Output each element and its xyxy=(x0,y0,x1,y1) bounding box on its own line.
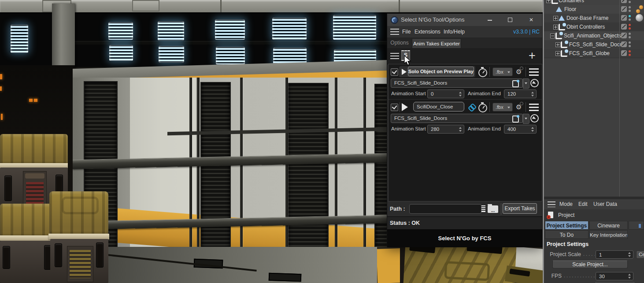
object-row-floor[interactable]: Floor xyxy=(544,5,644,14)
toolbar-hamburger-icon[interactable] xyxy=(390,53,399,59)
stopwatch-icon[interactable] xyxy=(478,104,487,112)
expand-icon[interactable] xyxy=(553,16,558,21)
path-options-icon[interactable] xyxy=(481,205,485,212)
object-row-scifi-animation-objects[interactable]: Scifi_Animation_Objects xyxy=(544,31,644,41)
object-label: Floor xyxy=(564,6,576,12)
takes-list: Solo Object on Preview Play .fbx ⚙ FCS_S… xyxy=(388,64,542,201)
gear-icon[interactable]: ⚙ xyxy=(516,104,522,110)
take-name-button[interactable]: Solo Object on Preview Play xyxy=(408,67,474,76)
menu-extensions[interactable]: Extensions xyxy=(415,26,440,37)
wall-louver-strip xyxy=(287,83,329,263)
render-dot[interactable] xyxy=(629,1,631,3)
crate-body xyxy=(50,239,108,283)
object-dropdown-icon[interactable] xyxy=(523,114,529,124)
object-row-fcs-scifi-slide-doors[interactable]: FCS_Scifi_Slide_Doors xyxy=(544,40,644,49)
tab-cineware[interactable]: Cineware xyxy=(589,221,628,230)
visibility-dot[interactable] xyxy=(629,41,631,44)
layer-toggle[interactable] xyxy=(621,15,627,21)
am-menu-mode[interactable]: Mode xyxy=(559,199,573,209)
play-icon[interactable] xyxy=(402,69,407,75)
object-picker-icon[interactable] xyxy=(530,79,539,87)
menu-infohelp[interactable]: Info/Help xyxy=(444,26,465,37)
render-dot[interactable] xyxy=(629,54,631,56)
am-menu-edit[interactable]: Edit xyxy=(578,199,588,209)
unit-dropdown[interactable]: Ce xyxy=(636,250,644,259)
object-row-obirt-controllers[interactable]: Obirt Controllers xyxy=(544,22,644,32)
expand-icon[interactable] xyxy=(546,0,551,3)
menu-file[interactable]: File xyxy=(402,26,411,37)
layer-toggle[interactable] xyxy=(621,0,627,3)
take-menu-icon[interactable] xyxy=(529,104,539,111)
fps-field[interactable]: 30 xyxy=(596,272,633,280)
dialog-tabbar: Options Anim Takes Exporter xyxy=(387,37,542,48)
project-scale-field[interactable]: 1 xyxy=(596,250,633,259)
am-hamburger-icon[interactable] xyxy=(548,201,555,207)
animation-start-field[interactable]: 0 xyxy=(427,89,464,98)
visibility-dot[interactable] xyxy=(629,33,631,35)
expand-icon[interactable] xyxy=(555,51,560,56)
panel-splitter[interactable] xyxy=(543,0,544,283)
dialog-titlebar[interactable]: Select N'Go Tool/Options ✕ xyxy=(387,14,542,26)
object-picker-icon[interactable] xyxy=(530,114,539,123)
collapse-icon[interactable] xyxy=(550,34,555,38)
animation-end-field[interactable]: 400 xyxy=(504,125,537,134)
expand-icon[interactable] xyxy=(555,42,560,47)
target-object-field[interactable]: FCS_Scifi_Slide_Doors xyxy=(391,114,523,123)
format-dropdown[interactable]: .fbx xyxy=(492,103,513,112)
maximize-button[interactable] xyxy=(503,14,517,26)
object-row-fcs-scifi-globe[interactable]: FCS_Scifi_Globe xyxy=(544,49,644,58)
path-input[interactable] xyxy=(409,204,481,214)
tab-todo[interactable]: To Do xyxy=(545,230,588,239)
render-dot[interactable] xyxy=(629,10,631,12)
expand-icon[interactable] xyxy=(553,25,558,30)
am-menu-userdata[interactable]: User Data xyxy=(593,199,617,209)
animation-start-field[interactable]: 280 xyxy=(427,125,464,134)
render-dot[interactable] xyxy=(629,27,631,30)
take-row[interactable]: Solo Object on Preview Play .fbx ⚙ FCS_S… xyxy=(389,65,542,99)
gear-icon[interactable]: ⚙ xyxy=(516,68,522,75)
animation-end-field[interactable]: 120 xyxy=(504,89,537,98)
layer-toggle[interactable] xyxy=(621,41,627,47)
take-enabled-checkbox[interactable] xyxy=(391,68,398,76)
layer-toggle[interactable] xyxy=(621,50,627,56)
object-row-door-base-frame[interactable]: Door-Base Frame xyxy=(544,14,644,23)
dialog-menubar: File Extensions Info/Help v3.3.0 | RC xyxy=(387,26,542,37)
metal-sphere-texture-icon[interactable] xyxy=(636,14,643,22)
layer-toggle[interactable] xyxy=(621,24,627,30)
tab-key-interpolation[interactable]: Key Interpolation xyxy=(589,230,628,239)
visibility-dot[interactable] xyxy=(629,15,631,17)
layer-toggle[interactable] xyxy=(621,6,627,12)
play-icon[interactable] xyxy=(402,103,408,111)
link-icon[interactable] xyxy=(466,101,477,112)
take-enabled-checkbox[interactable] xyxy=(391,104,398,111)
menu-hamburger-icon[interactable] xyxy=(390,29,399,35)
export-takes-button[interactable]: Export Takes xyxy=(503,203,537,214)
minimize-button[interactable] xyxy=(483,14,496,26)
tab-project-settings[interactable]: Project Settings xyxy=(545,221,588,230)
visibility-dot[interactable] xyxy=(629,24,631,26)
render-dot[interactable] xyxy=(629,45,631,47)
take-row[interactable]: ScifiDoor_Close .fbx ⚙ FCS_Scifi_Slide_D… xyxy=(389,101,542,134)
orange-spheres-texture-icon[interactable] xyxy=(636,5,643,13)
tab-options[interactable]: Options xyxy=(389,37,410,48)
take-menu-icon[interactable] xyxy=(529,68,539,76)
render-dot[interactable] xyxy=(629,36,631,38)
scale-project-button[interactable]: Scale Project... xyxy=(552,261,628,268)
layer-toggle[interactable] xyxy=(621,33,627,38)
tab-anim-takes-exporter[interactable]: Anim Takes Exporter xyxy=(412,38,461,48)
format-dropdown[interactable]: .fbx xyxy=(492,67,513,76)
visibility-dot[interactable] xyxy=(629,6,631,8)
render-dot[interactable] xyxy=(629,19,631,21)
object-dropdown-icon[interactable] xyxy=(523,78,529,89)
add-take-button[interactable]: + xyxy=(526,48,538,64)
visibility-dot[interactable] xyxy=(629,50,631,52)
take-name-field[interactable]: ScifiDoor_Close xyxy=(413,102,464,112)
close-button[interactable]: ✕ xyxy=(525,14,538,26)
wall-louver-strip xyxy=(374,84,388,263)
light-band-divider xyxy=(73,41,388,45)
browse-folder-button[interactable] xyxy=(488,205,498,213)
tab-partial[interactable] xyxy=(629,221,644,230)
target-object-field[interactable]: FCS_Scifi_Slide_Doors xyxy=(391,78,523,88)
leader-dots xyxy=(583,251,595,257)
stopwatch-icon[interactable] xyxy=(478,68,487,77)
